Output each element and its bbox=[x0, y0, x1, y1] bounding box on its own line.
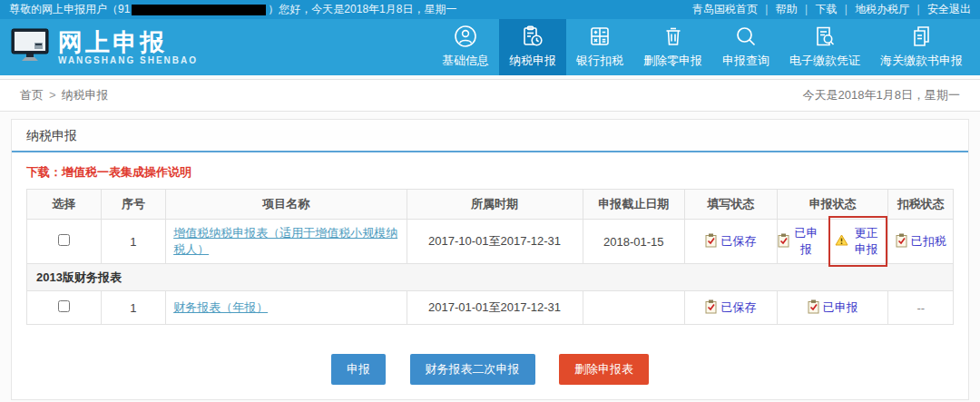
today-date: 今天是2018年1月8日，星期一 bbox=[803, 87, 960, 103]
col-header-select: 选择 bbox=[27, 190, 102, 220]
clipboard-check-icon bbox=[778, 233, 789, 250]
saved-status-link[interactable]: 已保存 bbox=[720, 233, 756, 250]
col-header-deadline: 申报截止日期 bbox=[583, 190, 684, 220]
table-group-header-row: 2013版财务报表 bbox=[27, 264, 954, 291]
row-checkbox-financial[interactable] bbox=[58, 300, 70, 312]
clipboard-check-icon bbox=[896, 233, 907, 250]
financial-report-link[interactable]: 财务报表（年报） bbox=[173, 300, 268, 314]
vat-guide-download-link[interactable]: 下载：增值税一表集成操作说明 bbox=[26, 165, 191, 179]
col-header-declare-status: 申报状态 bbox=[777, 190, 888, 220]
breadcrumb-current: 纳税申报 bbox=[62, 88, 109, 102]
group-header-label: 2013版财务报表 bbox=[27, 264, 954, 291]
document-search-icon bbox=[813, 25, 837, 48]
topbar-links: 青岛国税首页｜帮助｜下载｜地税办税厅｜安全退出 bbox=[692, 2, 971, 17]
link-qingdao-home[interactable]: 青岛国税首页 bbox=[692, 3, 758, 15]
deadline-cell bbox=[583, 291, 684, 325]
declare-status: 已申报 更正申报 bbox=[778, 225, 888, 258]
warning-icon bbox=[835, 234, 848, 249]
nav-label: 银行扣税 bbox=[576, 53, 623, 69]
redacted-taxpayer-id bbox=[132, 5, 266, 15]
table-header-row: 选择 序号 项目名称 所属时期 申报截止日期 填写状态 申报状态 扣税状态 bbox=[27, 190, 954, 220]
topbar: 尊敬的网上申报用户（91）您好，今天是2018年1月8日，星期一 青岛国税首页｜… bbox=[0, 0, 980, 19]
header: 网上申报 WANGSHANG SHENBAO 基础信息 bbox=[0, 19, 980, 75]
seq-cell: 1 bbox=[101, 220, 165, 264]
breadcrumb-bar: 首页>纳税申报 今天是2018年1月8日，星期一 bbox=[0, 79, 980, 112]
separator: ｜ bbox=[840, 3, 851, 15]
nav-label: 申报查询 bbox=[722, 53, 769, 69]
monitor-icon bbox=[11, 28, 49, 66]
seq-cell: 1 bbox=[101, 291, 165, 325]
deadline-cell: 2018-01-15 bbox=[583, 220, 684, 264]
nav-item-bank-deduction[interactable]: 银行扣税 bbox=[566, 19, 633, 75]
nav-item-delete-zero-declaration[interactable]: 删除零申报 bbox=[633, 19, 712, 75]
period-cell: 2017-10-01至2017-12-31 bbox=[407, 220, 583, 264]
download-row: 下载：增值税一表集成操作说明 bbox=[12, 152, 968, 187]
row-checkbox-vat[interactable] bbox=[58, 234, 70, 246]
nav-label: 电子缴款凭证 bbox=[789, 53, 860, 69]
saved-status-link[interactable]: 已保存 bbox=[720, 299, 756, 316]
deducted-status-link[interactable]: 已扣税 bbox=[911, 233, 946, 250]
trash-icon bbox=[662, 25, 685, 48]
link-help[interactable]: 帮助 bbox=[776, 3, 798, 15]
nav-label: 纳税申报 bbox=[509, 53, 556, 69]
nav-item-basic-info[interactable]: 基础信息 bbox=[432, 19, 499, 75]
separator: ｜ bbox=[913, 3, 924, 15]
tax-declaration-panel: 纳税申报 下载：增值税一表集成操作说明 选择 序号 项目名称 所属时期 申报截止… bbox=[11, 119, 969, 400]
user-circle-icon bbox=[454, 25, 477, 48]
declared-status-link[interactable]: 已申报 bbox=[793, 225, 819, 258]
deduct-status-empty: -- bbox=[916, 301, 925, 315]
link-download[interactable]: 下载 bbox=[815, 3, 837, 15]
greeting-prefix: 尊敬的网上申报用户（91 bbox=[9, 3, 130, 15]
nav-item-tax-declaration[interactable]: 纳税申报 bbox=[499, 19, 566, 75]
fill-status: 已保存 bbox=[705, 233, 756, 250]
documents-icon bbox=[910, 25, 934, 48]
declaration-table: 选择 序号 项目名称 所属时期 申报截止日期 填写状态 申报状态 扣税状态 1 … bbox=[26, 189, 954, 325]
greeting-suffix: ）您好，今天是2018年1月8日，星期一 bbox=[268, 3, 456, 15]
correction-annotation-box: 更正申报 bbox=[828, 216, 888, 267]
calculator-icon bbox=[588, 25, 612, 48]
nav-label: 海关缴款书申报 bbox=[880, 53, 963, 69]
col-header-fill-status: 填写状态 bbox=[684, 190, 777, 220]
app-subtitle: WANGSHANG SHENBAO bbox=[58, 55, 198, 65]
clipboard-clock-icon bbox=[521, 25, 544, 48]
clipboard-check-icon bbox=[705, 299, 717, 317]
breadcrumb-separator: > bbox=[49, 88, 56, 102]
separator: ｜ bbox=[801, 3, 812, 15]
app-title: 网上申报 bbox=[58, 30, 198, 55]
col-header-item-name: 项目名称 bbox=[166, 190, 407, 220]
nav-label: 基础信息 bbox=[442, 53, 489, 69]
correction-declaration-link[interactable]: 更正申报 bbox=[851, 225, 882, 258]
period-cell: 2017-01-01至2017-12-31 bbox=[407, 291, 583, 325]
app-logo: 网上申报 WANGSHANG SHENBAO bbox=[11, 19, 198, 75]
declare-status: 已申报 bbox=[808, 299, 858, 317]
clipboard-check-icon bbox=[808, 299, 819, 317]
delete-declaration-button[interactable]: 删除申报表 bbox=[559, 354, 649, 385]
link-safe-logout[interactable]: 安全退出 bbox=[927, 3, 971, 15]
clipboard-check-icon bbox=[705, 233, 717, 250]
breadcrumb-home-link[interactable]: 首页 bbox=[20, 88, 44, 102]
breadcrumb: 首页>纳税申报 bbox=[20, 87, 109, 103]
nav-item-electronic-payment-voucher[interactable]: 电子缴款凭证 bbox=[779, 19, 870, 75]
nav-label: 删除零申报 bbox=[643, 53, 702, 69]
main-nav: 基础信息 纳税申报 bbox=[432, 19, 973, 75]
col-header-deduct-status: 扣税状态 bbox=[888, 190, 954, 220]
separator: ｜ bbox=[761, 3, 772, 15]
declared-status-link[interactable]: 已申报 bbox=[823, 299, 858, 316]
search-icon bbox=[734, 25, 758, 48]
deduct-status: 已扣税 bbox=[896, 233, 946, 250]
col-header-seq: 序号 bbox=[101, 190, 165, 220]
col-header-period: 所属时期 bbox=[407, 190, 583, 220]
financial-second-declare-button[interactable]: 财务报表二次申报 bbox=[410, 354, 535, 385]
fill-status: 已保存 bbox=[705, 299, 756, 317]
nav-item-declaration-query[interactable]: 申报查询 bbox=[712, 19, 779, 75]
link-local-tax-hall[interactable]: 地税办税厅 bbox=[855, 3, 909, 15]
logo-text: 网上申报 WANGSHANG SHENBAO bbox=[58, 30, 198, 65]
action-buttons: 申报 财务报表二次申报 删除申报表 bbox=[12, 354, 968, 385]
declare-button[interactable]: 申报 bbox=[331, 354, 386, 385]
nav-item-customs-payment-declaration[interactable]: 海关缴款书申报 bbox=[870, 19, 973, 75]
table-row-vat: 1 增值税纳税申报表（适用于增值税小规模纳税人） 2017-10-01至2017… bbox=[27, 220, 954, 264]
vat-return-link[interactable]: 增值税纳税申报表（适用于增值税小规模纳税人） bbox=[173, 226, 397, 256]
panel-title: 纳税申报 bbox=[12, 120, 968, 152]
user-greeting: 尊敬的网上申报用户（91）您好，今天是2018年1月8日，星期一 bbox=[9, 2, 456, 17]
table-row-financial-statement: 1 财务报表（年报） 2017-01-01至2017-12-31 已保存 bbox=[27, 291, 954, 325]
